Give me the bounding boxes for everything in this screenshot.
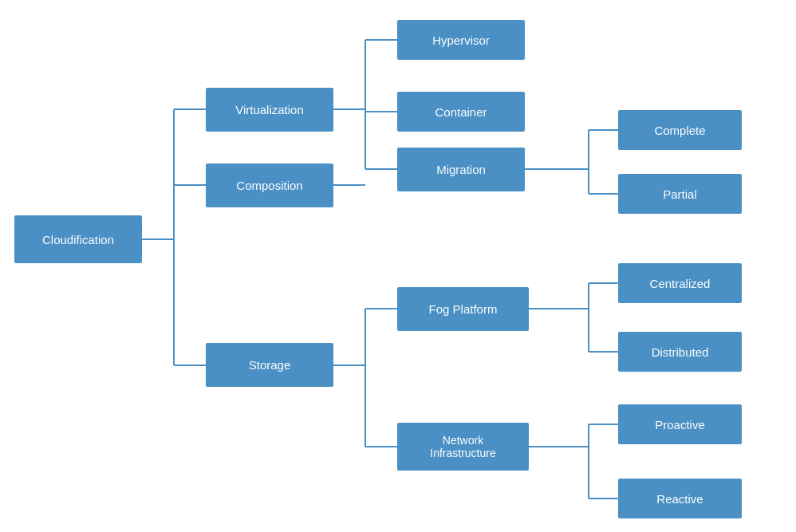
complete-node: Complete bbox=[618, 110, 742, 150]
hypervisor-node: Hypervisor bbox=[397, 20, 525, 60]
network-infra-node: NetworkInfrastructure bbox=[397, 423, 529, 471]
container-node: Container bbox=[397, 92, 525, 132]
diagram-container: Cloudification Virtualization Compositio… bbox=[0, 0, 796, 532]
distributed-node: Distributed bbox=[618, 332, 742, 372]
composition-node: Composition bbox=[206, 164, 333, 207]
cloudification-node: Cloudification bbox=[14, 215, 142, 263]
reactive-node: Reactive bbox=[618, 479, 742, 518]
fog-platform-node: Fog Platform bbox=[397, 287, 529, 331]
migration-node: Migration bbox=[397, 148, 525, 191]
virtualization-node: Virtualization bbox=[206, 88, 333, 132]
partial-node: Partial bbox=[618, 174, 742, 214]
centralized-node: Centralized bbox=[618, 263, 742, 303]
storage-node: Storage bbox=[206, 343, 333, 387]
proactive-node: Proactive bbox=[618, 404, 742, 444]
